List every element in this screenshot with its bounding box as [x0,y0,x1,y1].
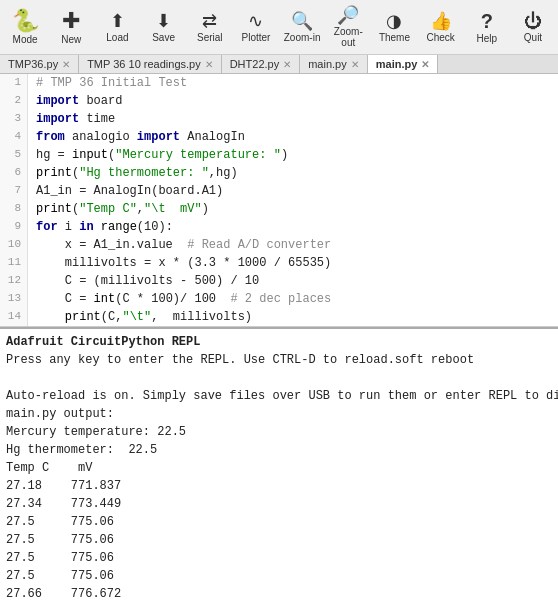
load-label: Load [106,32,128,43]
zoom-out-icon: 🔎 [337,6,359,24]
theme-label: Theme [379,32,410,43]
load-icon: ⬆ [110,12,125,30]
tab-mainpy2-label: main.py [376,58,418,70]
tab-dht22-close[interactable]: ✕ [283,59,291,70]
line-num-1: 1 [0,74,28,92]
zoom-out-button[interactable]: 🔎 Zoom-out [325,4,371,50]
line-num-13: 13 [0,290,28,308]
tab-main-label: main.py [308,58,347,70]
serial-line-1 [6,369,552,387]
tab-tmp36-close[interactable]: ✕ [62,59,70,70]
tab-tmp36-10-close[interactable]: ✕ [205,59,213,70]
help-icon: ? [481,11,493,31]
tab-mainpy2[interactable]: main.py ✕ [368,55,439,74]
line-num-6: 6 [0,164,28,182]
code-line-4: 4 from analogio import AnalogIn [0,128,558,146]
line-num-10: 10 [0,236,28,254]
zoom-in-label: Zoom-in [284,32,321,43]
check-button[interactable]: 👍 Check [418,10,464,45]
save-label: Save [152,32,175,43]
new-icon: ✚ [62,10,80,32]
line-code-6: print("Hg thermometer: ",hg) [28,164,238,182]
line-code-13: C = int(C * 100)/ 100 # 2 dec places [28,290,331,308]
code-line-11: 11 millivolts = x * (3.3 * 1000 / 65535) [0,254,558,272]
line-code-14: print(C,"\t", millivolts) [28,308,252,326]
serial-line-4: Mercury temperature: 22.5 [6,423,552,441]
code-line-14: 14 print(C,"\t", millivolts) [0,308,558,326]
code-line-10: 10 x = A1_in.value # Read A/D converter [0,236,558,254]
line-num-8: 8 [0,200,28,218]
serial-line-5: Hg thermometer: 22.5 [6,441,552,459]
code-line-12: 12 C = (millivolts - 500) / 10 [0,272,558,290]
line-code-12: C = (millivolts - 500) / 10 [28,272,259,290]
mode-button[interactable]: 🐍 Mode [2,8,48,47]
serial-icon: ⇄ [202,12,217,30]
check-label: Check [426,32,454,43]
tab-tmp36-label: TMP36.py [8,58,58,70]
mode-icon: 🐍 [12,10,39,32]
tab-main[interactable]: main.py ✕ [300,55,368,73]
code-line-13: 13 C = int(C * 100)/ 100 # 2 dec places [0,290,558,308]
theme-icon: ◑ [386,12,402,30]
save-icon: ⬇ [156,12,171,30]
serial-monitor[interactable]: Adafruit CircuitPython REPL Press any ke… [0,327,558,600]
tab-tmp36[interactable]: TMP36.py ✕ [0,55,79,73]
quit-label: Quit [524,32,542,43]
quit-icon: ⏻ [524,12,542,30]
save-button[interactable]: ⬇ Save [141,10,187,45]
line-code-2: import board [28,92,122,110]
code-line-5: 5 hg = input("Mercury temperature: ") [0,146,558,164]
serial-line-0: Press any key to enter the REPL. Use CTR… [6,351,552,369]
serial-label: Serial [197,32,223,43]
line-num-14: 14 [0,308,28,326]
code-line-7: 7 A1_in = AnalogIn(board.A1) [0,182,558,200]
quit-button[interactable]: ⏻ Quit [510,10,556,45]
new-button[interactable]: ✚ New [48,8,94,47]
tab-dht22-label: DHT22.py [230,58,280,70]
line-num-3: 3 [0,110,28,128]
serial-line-8: 27.34 773.449 [6,495,552,513]
tab-mainpy2-close[interactable]: ✕ [421,59,429,70]
line-num-4: 4 [0,128,28,146]
code-line-6: 6 print("Hg thermometer: ",hg) [0,164,558,182]
plotter-icon: ∿ [248,12,263,30]
help-label: Help [477,33,498,44]
line-num-7: 7 [0,182,28,200]
line-num-12: 12 [0,272,28,290]
code-line-1: 1 # TMP 36 Initial Test [0,74,558,92]
code-editor[interactable]: 1 # TMP 36 Initial Test 2 import board 3… [0,74,558,327]
zoom-in-button[interactable]: 🔍 Zoom-in [279,10,325,45]
check-icon: 👍 [430,12,452,30]
line-num-9: 9 [0,218,28,236]
plotter-button[interactable]: ∿ Plotter [233,10,279,45]
help-button[interactable]: ? Help [464,9,510,46]
serial-button[interactable]: ⇄ Serial [187,10,233,45]
line-code-11: millivolts = x * (3.3 * 1000 / 65535) [28,254,331,272]
load-button[interactable]: ⬆ Load [94,10,140,45]
line-num-2: 2 [0,92,28,110]
zoom-in-icon: 🔍 [291,12,313,30]
line-num-5: 5 [0,146,28,164]
serial-line-11: 27.5 775.06 [6,549,552,567]
serial-line-3: main.py output: [6,405,552,423]
serial-line-6: Temp C mV [6,459,552,477]
line-code-3: import time [28,110,115,128]
line-code-5: hg = input("Mercury temperature: ") [28,146,288,164]
serial-line-9: 27.5 775.06 [6,513,552,531]
line-code-4: from analogio import AnalogIn [28,128,245,146]
tab-dht22[interactable]: DHT22.py ✕ [222,55,301,73]
new-label: New [61,34,81,45]
tab-main-close[interactable]: ✕ [351,59,359,70]
serial-line-13: 27.66 776.672 [6,585,552,600]
serial-line-12: 27.5 775.06 [6,567,552,585]
theme-button[interactable]: ◑ Theme [371,10,417,45]
mode-label: Mode [13,34,38,45]
code-line-9: 9 for i in range(10): [0,218,558,236]
plotter-label: Plotter [241,32,270,43]
code-line-8: 8 print("Temp C","\t mV") [0,200,558,218]
line-num-11: 11 [0,254,28,272]
tab-tmp36-10[interactable]: TMP 36 10 readings.py ✕ [79,55,222,73]
code-line-2: 2 import board [0,92,558,110]
code-line-3: 3 import time [0,110,558,128]
serial-line-10: 27.5 775.06 [6,531,552,549]
